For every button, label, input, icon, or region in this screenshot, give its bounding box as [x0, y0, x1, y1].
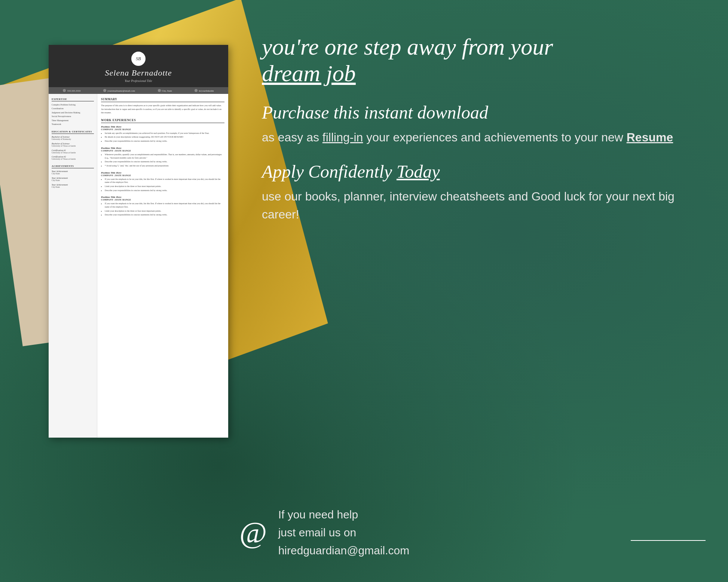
achievement-2: Your Achievement City/State [52, 177, 94, 181]
apply-title-prefix: Apply Confidently [262, 162, 397, 181]
purchase-body-middle: your experiences and achievements to you… [363, 131, 626, 144]
cert-school-2: University of Texas at Austin [52, 158, 94, 160]
job-title-3: Position Title Here [101, 171, 224, 174]
job-bullets-1: Include any specific accomplishments you… [101, 132, 224, 143]
contact-bar: 333.333.3333 youremailname@email.com Cit… [49, 87, 228, 94]
purchase-resume-link: Resume [627, 131, 673, 144]
resume-professional-title: Your Professional Title [52, 79, 224, 83]
apply-title-link: Today [397, 162, 440, 181]
job-bullet-1-2: Be details in your descriptions without … [105, 135, 224, 139]
job-bullet-4-3: Describe your responsibilities in concis… [105, 213, 224, 217]
job-bullet-4-2: Limit your description to the three or f… [105, 209, 224, 213]
job-bullets-2: Whenever possible, quantify your accompl… [101, 153, 224, 168]
job-company-4: COMPANY | DATE RANGE [101, 199, 224, 201]
job-title-1: Position Title Here [101, 125, 224, 128]
achievements-title: ACHIEVEMENTS [52, 165, 94, 168]
contact-linkedin: in/yourlinkedin [195, 89, 214, 92]
email-text: If you need help just email us on hiredg… [278, 506, 410, 560]
right-content: you're one step away from your dream job… [239, 19, 711, 257]
achievement-loc-2: City/State [52, 179, 94, 181]
achievement-3: Your Achievement City/State [52, 184, 94, 188]
tagline: you're one step away from your dream job [262, 34, 688, 87]
edu-school-2: University of Texas at Austin [52, 145, 94, 147]
resume-document: SB Selena Bernadotte Your Professional T… [49, 45, 228, 438]
resume-monogram: SB [131, 52, 146, 66]
edu-school-1: University of Kentucky [52, 138, 94, 140]
job-company-1: COMPANY | DATE RANGE [101, 128, 224, 131]
job-3: Position Title Here COMPANY | DATE RANGE… [101, 171, 224, 192]
job-4: Position Title Here COMPANY | DATE RANGE… [101, 196, 224, 217]
resume-left-column: EXPERTISE Complex Problem Solving Coordi… [49, 94, 97, 438]
expertise-title: EXPERTISE [52, 98, 94, 101]
resume-right-column: SUMMARY The purpose of this area is to d… [97, 94, 228, 438]
job-bullet-2-3: * Avoid using 'I,' 'and,' 'the,' and the… [105, 164, 224, 168]
skill-3: Judgment and Decision Making [52, 111, 94, 114]
skill-2: Coordination [52, 107, 94, 110]
skill-1: Complex Problem Solving [52, 103, 94, 106]
cert-school-1: University of Texas at Austin [52, 151, 94, 154]
email-line2: just email us on [278, 524, 410, 542]
education-section: EDUCATION & CERTIFICATES Bachelor of Sci… [52, 130, 94, 160]
job-title-4: Position Title Here [101, 196, 224, 199]
job-bullet-3-1: If you want the emphasis to be on your t… [105, 178, 224, 184]
job-bullet-4-1: If you want the emphasis to be on your t… [105, 202, 224, 208]
contact-phone: 333.333.3333 [63, 89, 80, 92]
at-icon: @ [239, 516, 267, 550]
education-title: EDUCATION & CERTIFICATES [52, 130, 94, 134]
job-title-2: Position Title Here [101, 147, 224, 150]
job-bullet-2-2: Describe your responsibilities in concis… [105, 160, 224, 163]
achievement-1: Your Achievement City/State [52, 170, 94, 175]
purchase-title: Purchase this instant download [262, 102, 688, 123]
apply-body: use our books, planner, interview cheats… [262, 187, 688, 223]
location-icon [158, 89, 161, 92]
email-address: hiredguardian@gmail.com [278, 542, 410, 560]
job-bullet-2-1: Whenever possible, quantify your accompl… [105, 153, 224, 159]
job-bullets-4: If you want the emphasis to be on your t… [101, 202, 224, 217]
skill-6: Teamwork [52, 123, 94, 126]
linkedin-icon [195, 89, 198, 92]
phone-icon [63, 89, 66, 92]
contact-location: City, State [158, 89, 172, 92]
tagline-line2: dream job [262, 61, 356, 86]
achievement-loc-3: City/State [52, 186, 94, 188]
apply-title: Apply Confidently Today [262, 161, 688, 182]
summary-title: SUMMARY [101, 98, 224, 102]
resume-name: Selena Bernadotte [52, 68, 224, 78]
job-bullets-3: If you want the emphasis to be on your t… [101, 178, 224, 192]
contact-email: youremailname@email.com [103, 89, 135, 92]
expertise-section: EXPERTISE Complex Problem Solving Coordi… [52, 98, 94, 126]
tagline-line1: you're one step away from your [262, 34, 553, 59]
resume-body: EXPERTISE Complex Problem Solving Coordi… [49, 94, 228, 438]
skill-5: Time Management [52, 119, 94, 122]
achievement-loc-1: City/State [52, 172, 94, 175]
email-line1: If you need help [278, 506, 410, 524]
edu-1: Bachelor of Science University of Kentuc… [52, 136, 94, 140]
purchase-filling-link: filling-in [322, 131, 363, 144]
summary-text: The purpose of this area is to direct em… [101, 104, 224, 115]
job-company-3: COMPANY | DATE RANGE [101, 174, 224, 177]
email-section: @ If you need help just email us on hire… [239, 506, 409, 560]
job-2: Position Title Here COMPANY | DATE RANGE… [101, 147, 224, 168]
job-bullet-1-3: Describe your responsibilities in concis… [105, 140, 224, 143]
job-bullet-3-2: Limit your description to the three or f… [105, 185, 224, 188]
job-bullet-1-1: Include any specific accomplishments you… [105, 132, 224, 135]
divider-line [631, 540, 706, 541]
edu-2: Bachelor of Science University of Texas … [52, 143, 94, 147]
job-company-2: COMPANY | DATE RANGE [101, 150, 224, 152]
skill-4: Social Perceptiveness [52, 115, 94, 118]
email-icon [103, 89, 106, 92]
purchase-body-prefix: as easy as [262, 131, 322, 144]
job-1: Position Title Here COMPANY | DATE RANGE… [101, 125, 224, 143]
job-bullet-3-3: Describe your responsibilities in concis… [105, 189, 224, 192]
resume-header: SB Selena Bernadotte Your Professional T… [49, 45, 228, 87]
cert-1: Certification #1 University of Texas at … [52, 149, 94, 154]
purchase-body: as easy as filling-in your experiences a… [262, 128, 688, 146]
cert-2: Certification #2 University of Texas at … [52, 156, 94, 160]
achievements-section: ACHIEVEMENTS Your Achievement City/State… [52, 165, 94, 188]
work-experiences-title: WORK EXPERIENCES [101, 119, 224, 123]
